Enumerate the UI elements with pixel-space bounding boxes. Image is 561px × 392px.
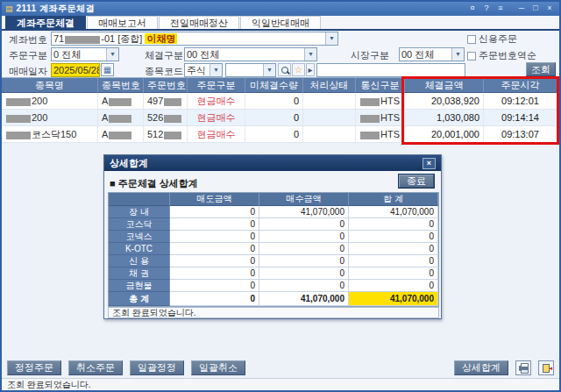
redacted-block (360, 132, 380, 139)
dialog-close-icon[interactable]: × (423, 158, 436, 169)
favorite-star-icon[interactable]: ☆ (292, 63, 305, 76)
printer-icon (519, 366, 529, 371)
bottom-button-bar: 정정주문 취소주문 일괄정정 일괄취소 상세합계 (2, 358, 559, 378)
col-header-channel[interactable]: 통신구분 (356, 78, 405, 93)
exec-amount-cell: 20,001,000 (405, 126, 484, 143)
totals-header-row: 매도금액 매수금액 합 계 (109, 193, 438, 206)
totals-row-grand-total: 총 계 0 41,070,000 41,070,000 (109, 292, 438, 306)
col-header-process-status[interactable]: 처리상태 (303, 78, 356, 93)
window-title: 2111 계좌주문체결 (17, 3, 95, 15)
chevron-down-icon[interactable]: ▼ (304, 48, 316, 61)
table-row[interactable]: 코스닥150 A 512 현금매수 0 HTS 20,001,000 09:13… (2, 126, 559, 143)
exit-button[interactable] (538, 360, 554, 375)
calendar-icon[interactable]: ▦ (101, 63, 114, 76)
search-form: 계좌번호 71-01 [종합] 이채명 ▼ 신용주문 주문구분 0 전체 ▼ 체… (2, 31, 559, 77)
reverse-order-checkbox[interactable]: 주문번호역순 (467, 49, 536, 62)
redacted-block (360, 98, 380, 106)
stock-code-label: 종목코드 (145, 65, 183, 78)
print-button[interactable] (515, 360, 531, 375)
table-row[interactable]: 200 A 497 현금매수 0 HTS 20,038,920 09:12:01 (2, 93, 559, 110)
col-header-sell-amount: 매도금액 (170, 193, 259, 206)
tab-nextday-reverse[interactable]: 익일반대매매 (240, 16, 321, 29)
tab-trade-report[interactable]: 매매보고서 (87, 16, 158, 29)
col-header-buy-amount: 매수금액 (259, 193, 349, 206)
col-header-total: 합 계 (349, 193, 438, 206)
tab-bar: 계좌주문체결 매매보고서 전일매매정산 익일반대매매 (2, 16, 559, 31)
chevron-down-icon[interactable]: ▼ (209, 64, 222, 76)
totals-row-kotc: K-OTC 0 0 0 (109, 243, 438, 255)
search-icon[interactable] (278, 63, 291, 76)
code-type-select[interactable]: 주식 ▼ (184, 63, 223, 77)
col-header-stock-code[interactable]: 종목번호 (98, 78, 144, 93)
redacted-block (6, 115, 31, 123)
dialog-exit-button[interactable]: 종료 (399, 175, 434, 188)
inquiry-button[interactable]: 조회 (526, 62, 556, 76)
grand-total-cell: 41,070,000 (349, 292, 438, 306)
col-header-unfilled-qty[interactable]: 미체결수량 (245, 78, 303, 93)
cancel-order-button[interactable]: 취소주문 (68, 360, 123, 375)
order-grid: 종목명 종목번호 주문번호 주문구분 미체결수량 처리상태 통신구분 체결금액 … (2, 77, 559, 143)
redacted-block (6, 132, 31, 139)
order-type-select[interactable]: 0 전체 ▼ (51, 47, 119, 61)
col-header-exec-amount[interactable]: 체결금액 (405, 78, 484, 93)
bulk-modify-button[interactable]: 일괄정정 (130, 360, 184, 375)
account-holder-name: 이채명 (145, 33, 177, 44)
totals-row-credit: 신 용 0 0 0 (109, 255, 438, 267)
table-row[interactable]: 200 A 526 현금매수 0 HTS 1,030,080 09:14:14 (2, 110, 559, 126)
totals-row-gold: 금현물 0 0 0 (109, 280, 438, 292)
stock-name-input[interactable] (316, 63, 465, 77)
chevron-down-icon[interactable]: ▼ (106, 48, 118, 61)
tab-prevday-settlement[interactable]: 전일매매정산 (159, 16, 239, 29)
app-window: ▤ 2111 계좌주문체결 ¤ ? ≡ ─ □ × 계좌주문체결 매매보고서 전… (0, 0, 561, 392)
grid-header-row: 종목명 종목번호 주문번호 주문구분 미체결수량 처리상태 통신구분 체결금액 … (2, 78, 559, 93)
trade-date-field[interactable]: 2025/05/28 (51, 63, 100, 77)
minimize-button[interactable]: ─ (515, 4, 528, 14)
link-icon[interactable]: ¤ (466, 4, 479, 14)
redacted-block (6, 98, 31, 106)
col-header-order-no[interactable]: 주문번호 (144, 78, 188, 93)
stock-code-input[interactable]: ▼ (225, 63, 276, 77)
account-select[interactable]: 71-01 [종합] 이채명 ▼ (51, 32, 338, 46)
redacted-block (65, 36, 100, 44)
col-header-order-type[interactable]: 주문구분 (188, 78, 245, 93)
col-header-order-time[interactable]: 주문시각 (484, 78, 557, 93)
market-type-select[interactable]: 00 전체 ▼ (399, 47, 465, 61)
chevron-down-icon[interactable]: ▼ (451, 48, 464, 61)
expand-arrow-icon[interactable]: ▸ (306, 63, 315, 76)
dialog-status-text: 조회 완료되었습니다. (108, 307, 439, 318)
bulk-cancel-button[interactable]: 일괄취소 (191, 360, 245, 375)
exec-type-label: 체결구분 (145, 49, 183, 62)
menu-icon[interactable]: ≡ (494, 4, 507, 14)
order-time-cell: 09:13:07 (484, 126, 557, 143)
title-bar: ▤ 2111 계좌주문체결 ¤ ? ≡ ─ □ × (2, 2, 559, 16)
totals-row-kosdaq: 코스닥 0 0 0 (109, 218, 438, 231)
order-type-cell: 현금매수 (188, 110, 245, 126)
exec-amount-cell: 20,038,920 (405, 93, 484, 110)
dialog-section-title: ■ 주문체결 상세합계 (110, 177, 198, 190)
exit-door-icon (543, 364, 550, 373)
maximize-button[interactable]: □ (529, 4, 542, 14)
redacted-block (109, 115, 131, 123)
redacted-block (360, 115, 380, 123)
account-label: 계좌번호 (9, 33, 47, 46)
modify-order-button[interactable]: 정정주문 (7, 360, 61, 375)
col-header-stock-name[interactable]: 종목명 (2, 78, 98, 93)
exec-amount-cell: 1,030,080 (405, 110, 484, 126)
totals-row-bond: 채 권 0 0 0 (109, 267, 438, 280)
exec-type-select[interactable]: 00 전체 ▼ (184, 47, 317, 61)
close-button[interactable]: × (543, 4, 556, 14)
detail-total-button[interactable]: 상세합계 (454, 360, 508, 375)
checkbox-icon (467, 52, 476, 61)
redacted-block (164, 115, 181, 123)
chevron-down-icon[interactable]: ▼ (325, 32, 337, 45)
tab-account-order-exec[interactable]: 계좌주문체결 (5, 16, 86, 29)
redacted-block (164, 98, 181, 106)
order-type-cell: 현금매수 (188, 93, 245, 110)
dialog-title: 상세합계 (110, 156, 148, 171)
market-type-label: 시장구분 (351, 49, 389, 62)
help-icon[interactable]: ? (480, 4, 493, 14)
order-time-cell: 09:12:01 (484, 93, 557, 110)
credit-order-checkbox[interactable]: 신용주문 (467, 32, 517, 46)
dialog-title-bar: 상세합계 × (104, 155, 441, 171)
chevron-down-icon[interactable]: ▼ (263, 64, 275, 76)
